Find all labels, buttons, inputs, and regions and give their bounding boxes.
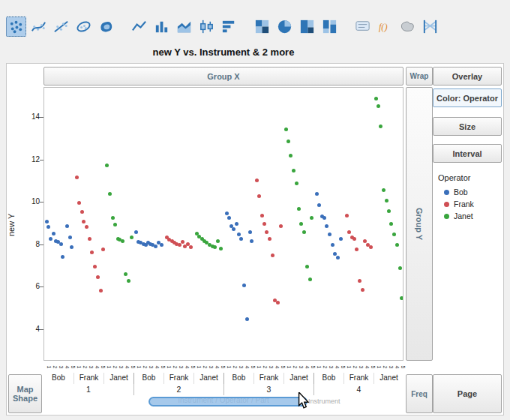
treemap-icon[interactable] <box>297 16 317 37</box>
data-point[interactable] <box>255 178 259 182</box>
mosaic-icon[interactable] <box>320 16 340 37</box>
line-icon[interactable] <box>129 16 149 37</box>
data-point[interactable] <box>336 256 340 260</box>
data-point[interactable] <box>276 301 280 304</box>
data-point[interactable] <box>292 169 296 172</box>
data-point[interactable] <box>382 188 386 192</box>
data-point[interactable] <box>154 244 158 248</box>
data-point[interactable] <box>65 224 69 228</box>
data-point[interactable] <box>45 220 49 224</box>
data-point[interactable] <box>262 222 266 226</box>
data-point[interactable] <box>227 216 231 220</box>
data-point[interactable] <box>239 237 243 241</box>
formula-icon[interactable]: f() <box>375 16 395 37</box>
data-point[interactable] <box>310 216 314 220</box>
zone-freq[interactable]: Freq <box>406 374 433 413</box>
data-point[interactable] <box>124 272 128 276</box>
data-point[interactable] <box>389 222 393 226</box>
data-point[interactable] <box>61 255 64 259</box>
legend-item[interactable]: Bob <box>438 186 504 198</box>
data-point[interactable] <box>75 176 79 179</box>
heatmap-icon[interactable] <box>252 16 272 37</box>
points-icon[interactable] <box>6 16 26 37</box>
data-point[interactable] <box>52 232 56 236</box>
data-point[interactable] <box>257 194 261 198</box>
data-point[interactable] <box>99 289 103 292</box>
size-button[interactable]: Size <box>433 117 502 136</box>
data-point[interactable] <box>302 230 306 234</box>
data-point[interactable] <box>376 104 380 108</box>
data-point[interactable] <box>358 279 362 283</box>
data-point[interactable] <box>93 265 97 268</box>
data-point[interactable] <box>248 230 252 234</box>
data-point[interactable] <box>90 250 94 254</box>
data-point[interactable] <box>88 237 92 241</box>
data-point[interactable] <box>400 296 404 300</box>
data-point[interactable] <box>46 225 50 229</box>
data-point[interactable] <box>297 207 301 211</box>
data-point[interactable] <box>219 247 223 250</box>
data-point[interactable] <box>113 223 117 226</box>
contour-icon[interactable] <box>96 16 116 37</box>
data-point[interactable] <box>355 248 358 251</box>
data-point[interactable] <box>369 245 373 249</box>
data-point[interactable] <box>345 214 349 218</box>
data-point[interactable] <box>379 124 382 128</box>
data-point[interactable] <box>235 222 238 226</box>
data-point[interactable] <box>96 275 100 279</box>
zone-group-x[interactable]: Group X <box>44 67 404 86</box>
data-point[interactable] <box>181 240 184 244</box>
data-point[interactable] <box>305 265 309 268</box>
zone-map-shape[interactable]: Map Shape <box>8 374 42 413</box>
data-point[interactable] <box>395 243 399 247</box>
data-point[interactable] <box>237 232 241 236</box>
data-point[interactable] <box>385 199 388 202</box>
histogram-icon[interactable] <box>219 16 239 37</box>
data-point[interactable] <box>268 237 272 241</box>
data-point[interactable] <box>352 237 356 241</box>
data-point[interactable] <box>289 154 292 158</box>
data-point[interactable] <box>260 214 264 218</box>
data-point[interactable] <box>213 245 217 249</box>
data-point[interactable] <box>328 232 332 236</box>
data-point[interactable] <box>49 237 52 241</box>
area-icon[interactable] <box>174 16 194 37</box>
data-point[interactable] <box>398 266 402 270</box>
data-point[interactable] <box>361 288 364 292</box>
legend-item[interactable]: Frank <box>438 198 504 210</box>
data-point[interactable] <box>374 97 378 100</box>
data-point[interactable] <box>189 245 193 249</box>
smoother-icon[interactable] <box>28 16 49 37</box>
zone-wrap[interactable]: Wrap <box>406 67 433 86</box>
bar-icon[interactable] <box>152 16 172 37</box>
data-point[interactable] <box>315 192 319 196</box>
data-point[interactable] <box>101 248 105 251</box>
data-point[interactable] <box>271 254 274 257</box>
box-plot-icon[interactable] <box>196 16 217 37</box>
data-point[interactable] <box>105 164 109 167</box>
ellipse-icon[interactable] <box>74 16 94 37</box>
data-point[interactable] <box>70 245 74 249</box>
data-point[interactable] <box>82 220 86 224</box>
zone-group-y[interactable]: Group Y <box>406 87 433 361</box>
data-point[interactable] <box>225 212 229 215</box>
data-point[interactable] <box>331 243 334 247</box>
data-point[interactable] <box>265 230 268 234</box>
data-point[interactable] <box>295 182 298 185</box>
plot-area[interactable] <box>44 87 404 361</box>
interval-button[interactable]: Interval <box>433 144 502 163</box>
data-point[interactable] <box>77 201 81 205</box>
data-point[interactable] <box>111 216 115 220</box>
line-of-fit-icon[interactable] <box>51 16 71 37</box>
page-button[interactable]: Page <box>433 374 502 413</box>
axis-drag-handle[interactable] <box>148 397 308 406</box>
data-point[interactable] <box>363 239 367 243</box>
data-point[interactable] <box>134 230 138 234</box>
legend-item[interactable]: Janet <box>438 210 504 222</box>
data-point[interactable] <box>392 232 396 236</box>
data-point[interactable] <box>127 279 130 283</box>
data-point[interactable] <box>347 230 351 234</box>
data-point[interactable] <box>130 236 134 239</box>
data-point[interactable] <box>317 203 321 207</box>
data-point[interactable] <box>121 239 124 243</box>
